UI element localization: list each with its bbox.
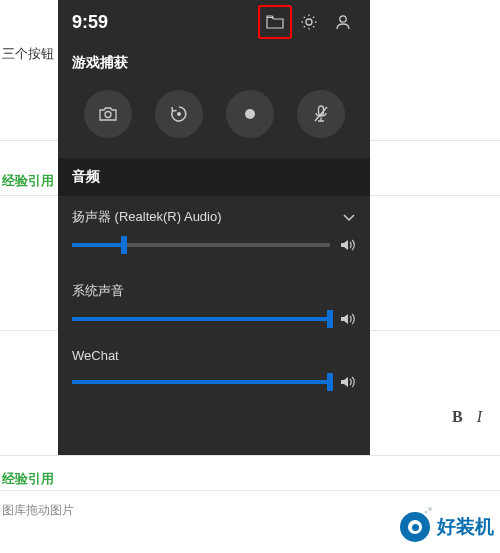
record-last-button[interactable] bbox=[155, 90, 203, 138]
bold-button[interactable]: B bbox=[452, 408, 463, 425]
mic-toggle-button[interactable] bbox=[297, 90, 345, 138]
device-expand-button[interactable] bbox=[342, 212, 356, 222]
svg-point-0 bbox=[306, 19, 312, 25]
chevron-down-icon bbox=[342, 212, 356, 222]
system-volume-slider[interactable] bbox=[72, 317, 330, 321]
clock-time: 9:59 bbox=[68, 12, 258, 33]
bg-text-ref1: 经验引用 bbox=[2, 172, 54, 190]
logo-eye-icon bbox=[397, 509, 433, 545]
screenshot-button[interactable] bbox=[84, 90, 132, 138]
watermark-logo: 好装机 bbox=[397, 509, 494, 545]
wechat-mute-button[interactable] bbox=[340, 375, 356, 389]
format-toolbar: B I bbox=[452, 408, 482, 426]
mic-off-icon bbox=[312, 104, 330, 124]
svg-point-1 bbox=[340, 16, 346, 22]
device-label: 扬声器 (Realtek(R) Audio) bbox=[72, 208, 222, 226]
speaker-icon bbox=[340, 312, 356, 326]
speaker-icon bbox=[340, 238, 356, 252]
bg-text-ref2: 经验引用 bbox=[2, 470, 54, 488]
logo-dots-icon bbox=[424, 506, 434, 516]
person-icon bbox=[334, 13, 352, 31]
wechat-volume-slider[interactable] bbox=[72, 380, 330, 384]
account-button[interactable] bbox=[326, 5, 360, 39]
gear-icon bbox=[300, 13, 318, 31]
capture-title: 游戏捕获 bbox=[58, 44, 370, 80]
wechat-audio-section: WeChat bbox=[58, 336, 370, 393]
device-volume-slider[interactable] bbox=[72, 243, 330, 247]
system-mute-button[interactable] bbox=[340, 312, 356, 326]
speaker-icon bbox=[340, 375, 356, 389]
folder-icon bbox=[266, 15, 284, 29]
logo-text: 好装机 bbox=[437, 514, 494, 540]
system-audio-section: 系统声音 bbox=[58, 270, 370, 330]
game-bar-panel: 9:59 游戏捕获 音频 扬声器 (Realtek(R) Audio) bbox=[58, 0, 370, 455]
device-mute-button[interactable] bbox=[340, 238, 356, 252]
svg-point-4 bbox=[245, 109, 255, 119]
capture-buttons bbox=[58, 80, 370, 158]
record-icon bbox=[242, 106, 258, 122]
replay-icon bbox=[169, 104, 189, 124]
wechat-label: WeChat bbox=[72, 348, 119, 363]
camera-icon bbox=[98, 106, 118, 122]
svg-point-8 bbox=[428, 507, 432, 511]
bg-text-gallery: 图库拖动图片 bbox=[2, 502, 74, 519]
italic-button[interactable]: I bbox=[477, 408, 482, 425]
captures-folder-button[interactable] bbox=[258, 5, 292, 39]
audio-device-section: 扬声器 (Realtek(R) Audio) bbox=[58, 196, 370, 256]
svg-point-2 bbox=[105, 112, 111, 118]
svg-point-7 bbox=[425, 511, 428, 514]
system-label: 系统声音 bbox=[72, 282, 124, 300]
settings-button[interactable] bbox=[292, 5, 326, 39]
record-button[interactable] bbox=[226, 90, 274, 138]
top-bar: 9:59 bbox=[58, 0, 370, 44]
svg-point-3 bbox=[177, 112, 181, 116]
audio-header: 音频 bbox=[58, 158, 370, 196]
